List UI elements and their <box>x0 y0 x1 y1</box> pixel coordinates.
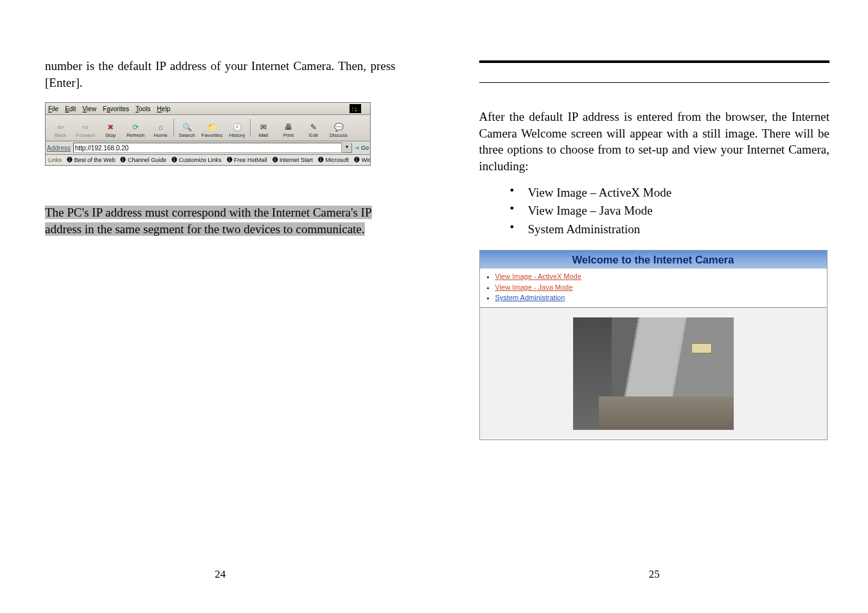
print-button[interactable]: 🖶Print <box>276 118 301 138</box>
back-arrow-icon: ⇦ <box>55 122 66 132</box>
links-label: Links <box>48 157 62 163</box>
discuss-icon: 💬 <box>333 122 344 132</box>
menu-file[interactable]: File <box>48 105 58 112</box>
search-button[interactable]: 🔍Search <box>175 118 199 138</box>
link-system-admin[interactable]: System Administration <box>495 294 565 301</box>
menu-favorites[interactable]: Favorites <box>103 105 129 112</box>
options-list: View Image – ActiveX Mode View Image – J… <box>510 184 830 239</box>
link-channel-guide[interactable]: 🅔 Channel Guide <box>120 157 166 163</box>
go-button[interactable]: ➜Go <box>355 145 369 151</box>
toolbar: ⇦Back ⇨Forward ✖Stop ⟳Refresh ⌂Home 🔍Sea… <box>46 115 370 141</box>
stop-button[interactable]: ✖Stop <box>98 118 123 138</box>
stop-icon: ✖ <box>105 122 116 132</box>
link-internet-start[interactable]: 🅔 Internet Start <box>272 157 314 163</box>
search-icon: 🔍 <box>182 122 192 132</box>
camera-preview-area <box>480 308 827 440</box>
menu-tools[interactable]: Tools <box>136 105 150 112</box>
link-view-java[interactable]: View Image - Java Mode <box>495 283 573 291</box>
address-dropdown-icon[interactable]: ▾ <box>342 143 352 153</box>
browser-screenshot: File Edit View Favorites Tools Help ⇦Bac… <box>45 102 371 166</box>
menu-help[interactable]: Help <box>157 105 170 112</box>
welcome-title: Welcome to the Internet Camera <box>480 251 827 269</box>
welcome-links: View Image - ActiveX Mode View Image - J… <box>480 269 827 308</box>
right-content: After the default IP address is entered … <box>479 58 830 568</box>
windows-logo-icon <box>350 104 361 113</box>
link-view-activex[interactable]: View Image - ActiveX Mode <box>495 272 581 280</box>
address-bar: Address ▾ ➜Go <box>46 141 370 155</box>
page-number-left: 24 <box>45 568 396 587</box>
links-bar: Links 🅔 Best of the Web 🅔 Channel Guide … <box>46 155 370 165</box>
go-icon: ➜ <box>355 145 360 151</box>
mail-icon: ✉ <box>258 122 269 132</box>
intro-text: number is the default IP address of your… <box>45 58 396 91</box>
edit-button[interactable]: ✎Edit <box>301 118 326 138</box>
home-button[interactable]: ⌂Home <box>148 118 173 138</box>
page-right: After the default IP address is entered … <box>434 0 869 613</box>
link-best-of-web[interactable]: 🅔 Best of the Web <box>67 157 115 163</box>
back-button[interactable]: ⇦Back <box>48 118 73 138</box>
mail-button[interactable]: ✉Mail <box>251 118 276 138</box>
link-hotmail[interactable]: 🅔 Free HotMail <box>227 157 267 163</box>
menu-edit[interactable]: Edit <box>65 105 76 112</box>
opt-java: View Image – Java Mode <box>510 202 830 220</box>
left-content: number is the default IP address of your… <box>45 58 396 568</box>
welcome-panel: Welcome to the Internet Camera View Imag… <box>479 250 828 440</box>
menu-view[interactable]: View <box>82 105 96 112</box>
ip-note: The PC's IP address must correspond with… <box>45 206 372 236</box>
favorites-button[interactable]: 📁Favorites <box>200 118 224 138</box>
opt-activex: View Image – ActiveX Mode <box>510 184 830 202</box>
forward-button[interactable]: ⇨Forward <box>73 118 98 138</box>
forward-arrow-icon: ⇨ <box>80 122 91 132</box>
link-windows-update[interactable]: 🅔 Windows Update <box>354 157 370 163</box>
welcome-paragraph: After the default IP address is entered … <box>479 109 830 175</box>
history-button[interactable]: 🕘History <box>225 118 249 138</box>
refresh-button[interactable]: ⟳Refresh <box>123 118 148 138</box>
rule-thin <box>479 82 830 83</box>
page-left: number is the default IP address of your… <box>0 0 434 613</box>
edit-icon: ✎ <box>308 122 319 132</box>
address-input[interactable] <box>73 143 342 153</box>
address-label: Address <box>47 145 71 152</box>
history-icon: 🕘 <box>232 122 242 132</box>
opt-admin: System Administration <box>510 220 830 239</box>
favorites-icon: 📁 <box>207 122 217 132</box>
menubar: File Edit View Favorites Tools Help <box>46 103 370 115</box>
camera-still-image <box>573 317 734 430</box>
link-microsoft[interactable]: 🅔 Microsoft <box>318 157 349 163</box>
home-icon: ⌂ <box>155 122 166 132</box>
discuss-button[interactable]: 💬Discuss <box>326 118 351 138</box>
link-customize[interactable]: 🅔 Customize Links <box>172 157 222 163</box>
page-number-right: 25 <box>479 568 830 587</box>
print-icon: 🖶 <box>283 122 294 132</box>
rule-thick <box>479 60 830 63</box>
refresh-icon: ⟳ <box>130 122 141 132</box>
